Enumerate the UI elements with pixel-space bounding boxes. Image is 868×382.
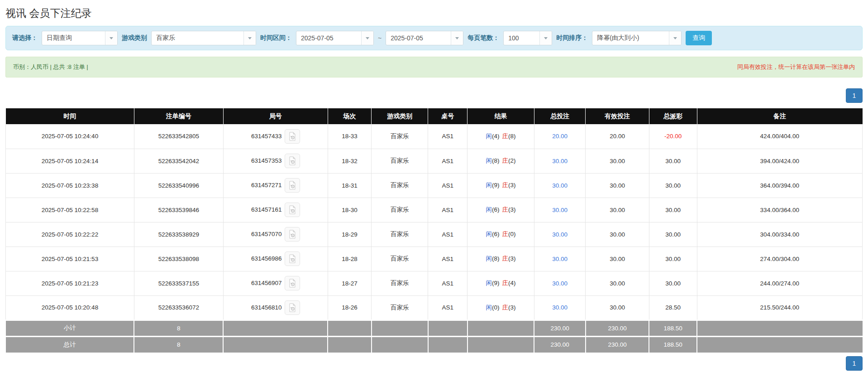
cell-note: 215.50/244.00 [697,295,862,320]
video-file-icon [288,205,296,214]
cell-note: 364.00/394.00 [697,173,862,198]
subtotal-payout: 188.50 [649,320,697,336]
cell-total-bet: 30.00 [534,222,586,247]
header-note: 备注 [697,108,862,124]
total-bet-link[interactable]: 30.00 [552,304,568,311]
date-to-input[interactable]: 2025-07-05 [386,31,463,45]
total-bet-link[interactable]: 30.00 [552,256,568,262]
chevron-down-icon[interactable] [105,31,117,45]
cell-bet-id: 522633540996 [134,173,223,198]
cell-note: 334.00/364.00 [697,198,862,222]
cell-time: 2025-07-05 10:23:38 [6,173,134,198]
chevron-down-icon[interactable] [669,31,681,45]
round-id: 631457161 [251,206,282,213]
video-replay-button[interactable] [285,251,300,266]
total-bet-link[interactable]: 30.00 [552,231,568,238]
total-payout: 188.50 [649,336,697,353]
table-row: 2025-07-05 10:23:38 522633540996 6314572… [6,173,863,198]
subtotal-count: 8 [134,320,223,336]
cell-session: 18-27 [328,271,372,295]
video-replay-button[interactable] [285,300,300,315]
sort-order-label: 时间排序： [556,34,588,42]
cell-game-type: 百家乐 [372,295,428,320]
cell-result: 闲(4)庄(8) [467,124,534,149]
page-1-button[interactable]: 1 [846,356,863,371]
cell-round-id: 631457353 [223,149,328,173]
header-valid-bet: 有效投注 [586,108,649,124]
cell-table-no: AS1 [428,295,467,320]
cell-round-id: 631456907 [223,271,328,295]
table-row: 2025-07-05 10:21:23 522633537155 6314569… [6,271,863,295]
cell-time: 2025-07-05 10:22:58 [6,198,134,222]
cell-table-no: AS1 [428,198,467,222]
page-size-select[interactable]: 100 [503,31,552,45]
total-bet-link[interactable]: 20.00 [552,133,568,140]
result-banker-score: (2) [508,157,516,164]
video-file-icon [288,132,296,141]
table-row: 2025-07-05 10:24:40 522633542805 6314574… [6,124,863,149]
total-bet-link[interactable]: 30.00 [552,182,568,189]
pagination-bottom: 1 [5,356,863,371]
video-replay-button[interactable] [285,178,300,193]
video-replay-button[interactable] [285,227,300,242]
cell-note: 304.00/334.00 [697,222,862,247]
header-table-no: 桌号 [428,108,467,124]
chevron-down-icon[interactable] [243,31,256,45]
table-row: 2025-07-05 10:22:58 522633539846 6314571… [6,198,863,222]
result-player-label: 闲 [486,304,492,311]
sort-order-select[interactable]: 降幂(由大到小) [592,31,682,45]
cell-session: 18-33 [328,124,372,149]
table-header: 时间 注单编号 局号 场次 游戏类别 桌号 结果 总投注 有效投注 总派彩 备注 [6,108,863,124]
result-player-label: 闲 [486,182,492,189]
round-id: 631457433 [251,132,282,139]
page-1-button[interactable]: 1 [846,88,863,103]
round-id: 631456907 [251,280,282,286]
video-replay-button[interactable] [285,203,300,217]
cell-bet-id: 522633538929 [134,222,223,247]
date-to-value: 2025-07-05 [386,31,451,45]
round-id: 631457353 [251,157,282,164]
valid-bet-notice: 同局有效投注，统一计算在该局第一张注单内 [737,63,855,71]
cell-valid-bet: 20.00 [586,124,649,149]
grand-total-row: 总计 8 230.00 230.00 188.50 [6,336,863,353]
cell-payout: 30.00 [649,149,697,173]
round-id: 631456810 [251,304,282,310]
header-total-bet: 总投注 [534,108,586,124]
cell-time: 2025-07-05 10:24:14 [6,149,134,173]
cell-result: 闲(8)庄(3) [467,247,534,271]
table-row: 2025-07-05 10:22:22 522633538929 6314570… [6,222,863,247]
result-player-score: (8) [492,255,500,262]
total-bet-link[interactable]: 30.00 [552,280,568,287]
chevron-down-icon[interactable] [361,31,373,45]
search-button[interactable]: 查询 [686,31,712,45]
chevron-down-icon[interactable] [539,31,552,45]
chevron-down-icon[interactable] [451,31,463,45]
round-id: 631457271 [251,182,282,189]
cell-valid-bet: 30.00 [586,222,649,247]
game-type-select[interactable]: 百家乐 [151,31,256,45]
total-bet-link[interactable]: 30.00 [552,207,568,213]
cell-bet-id: 522633538098 [134,247,223,271]
cell-time: 2025-07-05 10:22:22 [6,222,134,247]
cell-valid-bet: 30.00 [586,271,649,295]
result-player-score: (0) [492,304,500,311]
cell-total-bet: 30.00 [534,198,586,222]
cell-time: 2025-07-05 10:24:40 [6,124,134,149]
cell-payout: 28.50 [649,295,697,320]
cell-session: 18-26 [328,295,372,320]
cell-session: 18-31 [328,173,372,198]
cell-total-bet: 30.00 [534,149,586,173]
video-replay-button[interactable] [285,276,300,290]
video-replay-button[interactable] [285,154,300,168]
cell-game-type: 百家乐 [372,222,428,247]
result-banker-label: 庄 [502,133,509,140]
cell-bet-id: 522633542042 [134,149,223,173]
result-banker-score: (3) [508,182,516,189]
result-banker-score: (0) [508,231,516,237]
cell-payout: 30.00 [649,173,697,198]
video-replay-button[interactable] [285,129,300,144]
total-bet-link[interactable]: 30.00 [552,158,568,164]
query-type-select[interactable]: 日期查询 [42,31,118,45]
date-from-input[interactable]: 2025-07-05 [296,31,374,45]
result-player-score: (9) [492,182,500,189]
